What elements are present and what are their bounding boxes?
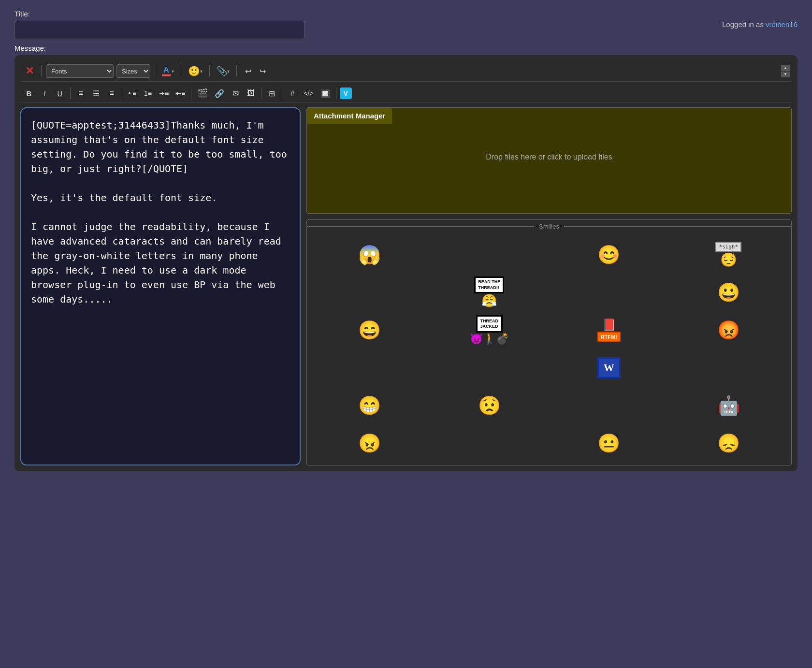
separator-7 <box>122 87 122 99</box>
smiley-w-sign[interactable]: W <box>551 351 667 385</box>
font-color-button[interactable]: A ▾ <box>160 64 176 78</box>
smiley-empty3 <box>551 276 667 309</box>
italic-button[interactable]: I <box>38 87 51 100</box>
title-label: Title: <box>14 10 304 18</box>
right-panel: Attachment Manager Drop files here or cl… <box>306 107 792 465</box>
title-section: Title: <box>14 10 304 39</box>
scroll-up-button[interactable]: ▲ <box>781 65 790 71</box>
outdent-button[interactable]: ⇤≡ <box>173 87 188 100</box>
smilies-grid: 😱 😊 *sigh* 😔 <box>307 233 791 465</box>
smiley-read-sign[interactable]: READ THETHREAD!! 😤 <box>432 276 548 309</box>
scroll-buttons: ▲ ▼ <box>781 65 790 77</box>
smiley-blue-happy[interactable]: 😊 <box>551 238 667 272</box>
header-row: Title: Logged in as vreihen16 <box>14 10 798 39</box>
media-button[interactable]: 🎬 <box>195 87 210 100</box>
spoiler-button[interactable]: 🔲 <box>318 87 333 100</box>
smiley-rtfm[interactable]: 📕 RTFM! <box>551 313 667 347</box>
smiley-empty6 <box>671 351 787 385</box>
undo-button[interactable]: ↩ <box>241 64 255 78</box>
smiley-neutral[interactable]: 😐 <box>551 426 667 460</box>
unordered-list-button[interactable]: • ≡ <box>126 87 139 100</box>
title-input[interactable] <box>14 21 304 39</box>
smiley-sad-blue[interactable]: 😞 <box>671 426 787 460</box>
scroll-down-button[interactable]: ▼ <box>781 72 790 77</box>
email-button[interactable]: ✉ <box>229 87 242 100</box>
smiley-empty4 <box>312 351 428 385</box>
link-button[interactable]: 🔗 <box>212 87 227 100</box>
message-label: Message: <box>14 44 798 52</box>
separator-5 <box>236 65 237 77</box>
size-select[interactable]: Sizes 8 10 12 14 16 18 20 24 36 <box>116 64 150 78</box>
image-button[interactable]: 🖼 <box>244 87 258 100</box>
content-area: [QUOTE=apptest;31446433]Thanks much, I'm… <box>20 107 792 465</box>
separator-4 <box>209 65 210 77</box>
attachment-manager-header: Attachment Manager <box>307 108 392 124</box>
attachment-button[interactable]: 📎 ▾ <box>214 64 232 78</box>
smiley-laughing[interactable]: 😄 <box>312 313 428 347</box>
vimeo-button[interactable]: V <box>340 87 352 99</box>
underline-button[interactable]: U <box>53 87 67 100</box>
smiley-sigh[interactable]: *sigh* 😔 <box>671 238 787 272</box>
separator-6 <box>70 87 71 99</box>
separator-9 <box>261 87 261 99</box>
redo-button[interactable]: ↪ <box>256 64 269 78</box>
separator-11 <box>336 87 336 99</box>
smiley-grinning[interactable]: 😀 <box>671 276 787 309</box>
smiley-empty8 <box>432 426 548 460</box>
smilies-right-line <box>564 226 791 227</box>
smiley-angry-red[interactable]: 😡 <box>671 313 787 347</box>
font-color-icon: A <box>162 66 171 76</box>
attachment-drop-zone[interactable]: Drop files here or click to upload files <box>307 124 791 190</box>
smiley-empty <box>432 238 548 272</box>
message-editor[interactable]: [QUOTE=apptest;31446433]Thanks much, I'm… <box>20 107 301 465</box>
smiley-beaming[interactable]: 😁 <box>312 389 428 422</box>
font-select[interactable]: Fonts Arial Times New Roman Courier New … <box>46 64 114 78</box>
logged-in-section: Logged in as vreihen16 <box>722 20 798 29</box>
smiley-angry[interactable]: 😠 <box>312 426 428 460</box>
smiley-scared[interactable]: 😱 <box>312 238 428 272</box>
table-button[interactable]: ⊞ <box>265 87 278 100</box>
separator-8 <box>191 87 191 99</box>
smilies-left-line <box>307 226 534 227</box>
smiley-button[interactable]: 🙂 ▾ <box>186 64 205 78</box>
separator-10 <box>282 87 282 99</box>
page-wrapper: Title: Logged in as vreihen16 Message: ✕… <box>0 0 812 481</box>
separator-2 <box>155 65 155 77</box>
code-button[interactable]: # <box>286 87 299 100</box>
username-link[interactable]: vreihen16 <box>766 20 798 29</box>
smiley-empty2 <box>312 276 428 309</box>
align-right-button[interactable]: ≡ <box>105 87 118 100</box>
smiley-robot[interactable]: 🤖 <box>671 389 787 422</box>
attachment-manager: Attachment Manager Drop files here or cl… <box>306 107 792 214</box>
smilies-header-row: Smilies <box>307 223 791 230</box>
editor-container: ✕ Fonts Arial Times New Roman Courier Ne… <box>14 55 798 471</box>
smiley-pensive[interactable]: 😟 <box>432 389 548 422</box>
logged-in-text: Logged in as vreihen16 <box>722 20 798 29</box>
smilies-label: Smilies <box>534 223 564 230</box>
toolbar-row2: B I U ≡ ☰ ≡ • ≡ 1≡ <box>20 85 792 102</box>
smiley-threadjack[interactable]: THREADJACKED 😈🚶💣 <box>432 313 548 347</box>
align-left-button[interactable]: ≡ <box>74 87 87 100</box>
undo-redo-group: ↩ ↪ <box>241 64 269 78</box>
smiley-empty7 <box>551 389 667 422</box>
ordered-list-button[interactable]: 1≡ <box>141 87 155 100</box>
html-button[interactable]: </> <box>301 87 316 100</box>
separator-1 <box>41 65 42 77</box>
smilies-container: Smilies 😱 😊 <box>306 219 792 465</box>
cancel-button[interactable]: ✕ <box>22 64 37 78</box>
indent-button[interactable]: ⇥≡ <box>157 87 171 100</box>
toolbar-row1: ✕ Fonts Arial Times New Roman Courier Ne… <box>20 61 792 82</box>
smiley-empty5 <box>432 351 548 385</box>
bold-button[interactable]: B <box>22 87 36 100</box>
align-center-button[interactable]: ☰ <box>89 87 103 100</box>
separator-3 <box>181 65 181 77</box>
message-text: [QUOTE=apptest;31446433]Thanks much, I'm… <box>31 118 290 306</box>
